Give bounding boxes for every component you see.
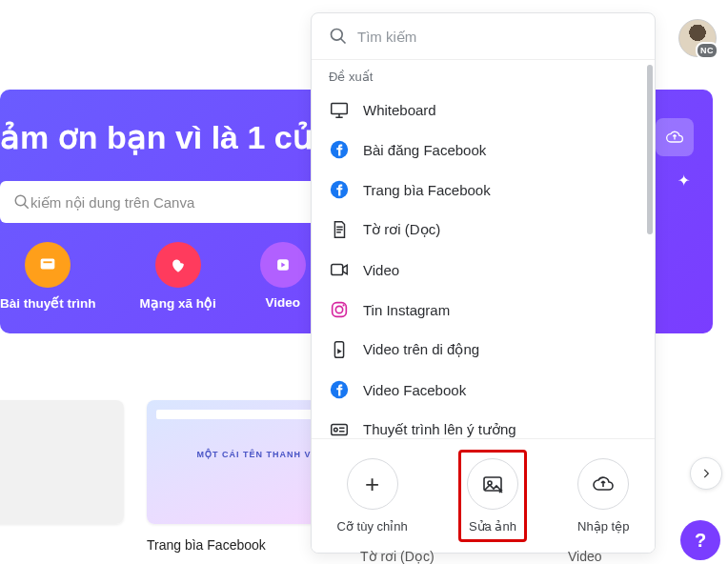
- bottom-action-label: Cỡ tùy chỉnh: [337, 519, 408, 534]
- suggestion-label: Tin Instagram: [363, 302, 450, 318]
- carousel-next-button[interactable]: [690, 457, 722, 490]
- svg-rect-2: [41, 259, 55, 270]
- suggestion-instagram[interactable]: Tin Instagram: [312, 290, 655, 330]
- svg-rect-3: [44, 261, 52, 263]
- popover-search[interactable]: [312, 13, 655, 60]
- category-icon: [155, 242, 201, 288]
- mobile-video-icon: [329, 339, 350, 360]
- suggestion-label: Tờ rơi (Dọc): [363, 221, 440, 238]
- popover-scroll: Đề xuất WhiteboardBài đăng FacebookTrang…: [312, 60, 655, 477]
- svg-line-6: [341, 39, 346, 44]
- popover-section-label: Đề xuất: [312, 60, 655, 90]
- popover-search-input[interactable]: [357, 29, 637, 45]
- pitch-icon: [329, 419, 350, 440]
- ghost-label-left: Tờ rơi (Dọc): [360, 549, 435, 564]
- svg-point-12: [335, 306, 342, 312]
- suggestion-video[interactable]: Video: [312, 250, 655, 290]
- flyer-icon: [329, 219, 350, 240]
- avatar[interactable]: NC: [678, 19, 717, 57]
- instagram-icon: [329, 299, 350, 320]
- svg-point-17: [334, 428, 338, 432]
- category-label: Video: [266, 295, 301, 310]
- bottom-action-2[interactable]: Nhập tệp: [577, 458, 629, 534]
- suggestion-flyer[interactable]: Tờ rơi (Dọc): [312, 210, 655, 250]
- video-icon: [329, 259, 350, 280]
- hero-upload-button[interactable]: [656, 118, 694, 156]
- avatar-badge: NC: [696, 42, 718, 59]
- bottom-action-icon: +: [347, 458, 398, 510]
- svg-point-0: [15, 195, 26, 206]
- template-card-0[interactable]: ecebook: [0, 400, 124, 553]
- suggestion-label: Trang bìa Facebook: [363, 182, 491, 198]
- bottom-action-label: Sửa ảnh: [469, 519, 516, 534]
- suggestion-label: Video trên di động: [363, 341, 479, 358]
- chevron-right-icon: [699, 467, 713, 480]
- category-icon: [25, 242, 71, 288]
- facebook-icon: [329, 139, 350, 160]
- category-label: Bài thuyết trình: [0, 295, 96, 311]
- category-label: Mạng xã hội: [140, 295, 216, 311]
- suggestion-label: Video Facebook: [363, 382, 466, 398]
- svg-rect-7: [332, 104, 348, 114]
- suggestion-mobile-video[interactable]: Video trên di động: [312, 330, 655, 370]
- search-popover: Đề xuất WhiteboardBài đăng FacebookTrang…: [311, 12, 656, 554]
- suggestion-facebook[interactable]: Bài đăng Facebook: [312, 130, 655, 170]
- search-icon: [13, 193, 30, 211]
- facebook-icon: [329, 179, 350, 200]
- suggestion-facebook[interactable]: Video Facebook: [312, 370, 655, 410]
- svg-point-5: [332, 30, 343, 41]
- suggestion-label: Thuyết trình lên ý tưởng: [363, 421, 516, 438]
- search-icon: [329, 27, 348, 46]
- hero-title: ảm ơn bạn vì là 1 của: [0, 118, 332, 156]
- suggestion-label: Bài đăng Facebook: [363, 142, 486, 158]
- svg-rect-10: [332, 265, 343, 275]
- whiteboard-icon: [329, 99, 350, 120]
- suggestion-facebook[interactable]: Trang bìa Facebook: [312, 170, 655, 210]
- card-label: ecebook: [0, 537, 124, 553]
- category-2[interactable]: Video: [260, 242, 306, 311]
- category-1[interactable]: Mạng xã hội: [140, 242, 216, 311]
- bottom-action-0[interactable]: +Cỡ tùy chỉnh: [337, 458, 408, 534]
- category-0[interactable]: Bài thuyết trình: [0, 242, 96, 311]
- scrollbar-thumb[interactable]: [647, 65, 653, 234]
- suggestion-label: Whiteboard: [363, 102, 436, 118]
- ghost-label-right: Video: [568, 549, 602, 564]
- bottom-action-1[interactable]: Sửa ảnh: [458, 450, 527, 542]
- svg-line-1: [24, 204, 29, 209]
- bottom-action-icon: [467, 458, 518, 510]
- popover-bottom-actions: +Cỡ tùy chỉnhSửa ảnhNhập tệp: [312, 438, 655, 553]
- bottom-action-icon: [577, 458, 629, 510]
- svg-rect-14: [334, 342, 343, 358]
- card-thumb: [0, 400, 124, 524]
- category-icon: [260, 242, 306, 288]
- suggestion-whiteboard[interactable]: Whiteboard: [312, 90, 655, 130]
- sparkle-icon: ✦: [677, 171, 690, 190]
- cloud-upload-icon: [665, 128, 684, 147]
- facebook-icon: [329, 379, 350, 400]
- help-button[interactable]: ?: [680, 520, 720, 560]
- svg-point-13: [342, 304, 344, 306]
- suggestion-label: Video: [363, 262, 399, 278]
- category-row: Bài thuyết trìnhMạng xã hộiVideo: [0, 242, 306, 311]
- bottom-action-label: Nhập tệp: [577, 519, 629, 534]
